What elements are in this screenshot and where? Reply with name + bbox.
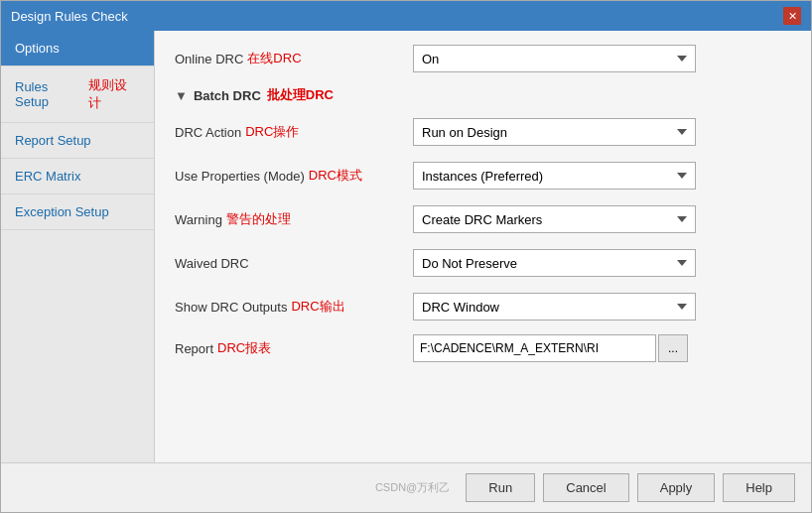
use-properties-row: Use Properties (Mode) DRC模式 Instances (P…: [175, 160, 791, 192]
chevron-down-icon: ▼: [175, 88, 188, 103]
use-properties-label: Use Properties (Mode) DRC模式: [175, 167, 413, 185]
report-row: Report DRC报表 ...: [175, 334, 791, 362]
sidebar-item-rules-setup[interactable]: Rules Setup 规则设计: [1, 66, 154, 123]
online-drc-control: On Off: [413, 45, 696, 72]
dialog-footer: CSDN@万利乙 Run Cancel Apply Help: [1, 462, 811, 512]
sidebar-item-label: ERC Matrix: [15, 169, 80, 184]
drc-action-row: DRC Action DRC操作 Run on Design Run on Se…: [175, 116, 791, 148]
main-content: Online DRC 在线DRC On Off ▼ Batch DRC 批处理D…: [155, 31, 811, 462]
batch-drc-label: Batch DRC 批处理DRC: [194, 86, 334, 104]
sidebar: Options Rules Setup 规则设计 Report Setup ER…: [1, 31, 155, 462]
apply-button[interactable]: Apply: [637, 473, 716, 502]
sidebar-item-erc-matrix[interactable]: ERC Matrix: [1, 159, 154, 194]
warning-label: Warning 警告的处理: [175, 210, 413, 228]
waived-drc-dropdown[interactable]: Do Not Preserve Preserve: [413, 249, 696, 277]
watermark-text: CSDN@万利乙: [375, 480, 450, 495]
sidebar-item-label: Report Setup: [15, 133, 91, 148]
sidebar-item-cn-label: 规则设计: [88, 76, 140, 112]
show-drc-row: Show DRC Outputs DRC输出 DRC Window None: [175, 291, 791, 322]
online-drc-label: Online DRC 在线DRC: [175, 50, 413, 67]
sidebar-item-label: Exception Setup: [15, 204, 109, 219]
use-properties-control: Instances (Preferred) Occurrences: [413, 162, 696, 190]
drc-action-control: Run on Design Run on Selection: [413, 118, 696, 146]
cancel-button[interactable]: Cancel: [543, 473, 628, 502]
show-drc-control: DRC Window None: [413, 293, 696, 321]
warning-dropdown[interactable]: Create DRC Markers Ignore Error: [413, 205, 696, 233]
warning-control: Create DRC Markers Ignore Error: [413, 205, 696, 233]
batch-drc-header: ▼ Batch DRC 批处理DRC: [175, 86, 791, 104]
sidebar-item-report-setup[interactable]: Report Setup: [1, 123, 154, 159]
show-drc-dropdown[interactable]: DRC Window None: [413, 293, 696, 321]
report-browse-button[interactable]: ...: [658, 334, 688, 362]
run-button[interactable]: Run: [466, 473, 535, 502]
sidebar-item-label: Rules Setup: [15, 79, 84, 109]
help-button[interactable]: Help: [723, 473, 795, 502]
waived-drc-control: Do Not Preserve Preserve: [413, 249, 696, 277]
sidebar-item-exception-setup[interactable]: Exception Setup: [1, 194, 154, 230]
online-drc-row: Online DRC 在线DRC On Off: [175, 43, 791, 74]
report-input[interactable]: [413, 334, 656, 362]
warning-row: Warning 警告的处理 Create DRC Markers Ignore …: [175, 203, 791, 235]
sidebar-item-label: Options: [15, 41, 60, 56]
drc-action-dropdown[interactable]: Run on Design Run on Selection: [413, 118, 696, 146]
show-drc-label: Show DRC Outputs DRC输出: [175, 298, 413, 316]
drc-action-label: DRC Action DRC操作: [175, 123, 413, 141]
report-label: Report DRC报表: [175, 339, 413, 357]
design-rules-check-dialog: Design Rules Check ✕ Options Rules Setup…: [0, 0, 812, 513]
dialog-body: Options Rules Setup 规则设计 Report Setup ER…: [1, 31, 811, 462]
waived-drc-row: Waived DRC Do Not Preserve Preserve: [175, 247, 791, 279]
waived-drc-label: Waived DRC: [175, 256, 413, 271]
use-properties-dropdown[interactable]: Instances (Preferred) Occurrences: [413, 162, 696, 190]
close-button[interactable]: ✕: [783, 7, 801, 25]
online-drc-dropdown[interactable]: On Off: [413, 45, 696, 72]
sidebar-item-options[interactable]: Options: [1, 31, 154, 66]
dialog-title: Design Rules Check: [11, 9, 128, 24]
title-bar: Design Rules Check ✕: [1, 1, 811, 31]
